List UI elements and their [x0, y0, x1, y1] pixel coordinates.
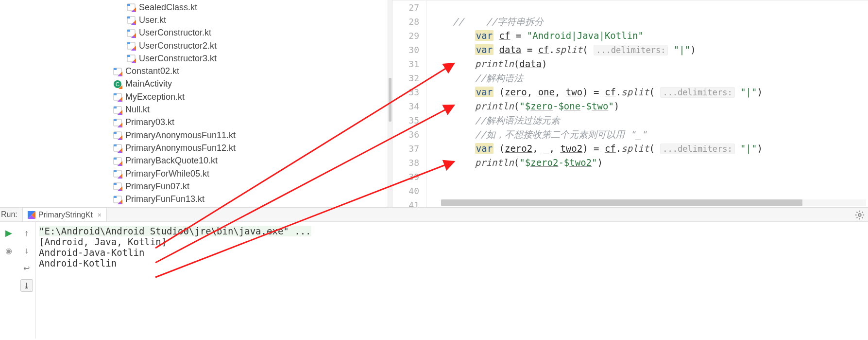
code-line[interactable]: var data = cf.split( ...delimiters: "|")	[439, 43, 868, 57]
tree-file-label: UserConstructor.kt	[139, 28, 211, 38]
code-editor[interactable]: 272829303132333435363738394041 // //字符串拆…	[392, 0, 868, 207]
kotlin-file-icon	[126, 54, 136, 63]
run-label: Run:	[0, 210, 22, 219]
code-line[interactable]: var cf = "Android|Java|Kotlin"	[439, 29, 868, 43]
console-output-line: [Android, Java, Kotlin]	[39, 236, 865, 247]
code-line[interactable]	[439, 0, 868, 15]
tree-file-row[interactable]: MyException.kt	[0, 90, 388, 103]
svg-rect-52	[114, 170, 117, 172]
tree-file-label: MainActivity	[125, 79, 172, 89]
svg-rect-48	[114, 158, 117, 160]
kotlin-class-icon: C	[113, 79, 122, 89]
code-area[interactable]: // //字符串拆分 var cf = "Android|Java|Kotlin…	[426, 0, 868, 207]
scroll-to-end-icon[interactable]: ⤓	[20, 279, 33, 292]
tree-file-label: PrimaryFunFun13.kt	[125, 194, 204, 204]
tree-file-row[interactable]: Primary03.kt	[0, 116, 388, 129]
kotlin-file-icon	[113, 169, 122, 179]
svg-rect-44	[114, 144, 117, 146]
tree-scrollbar-thumb[interactable]	[389, 78, 391, 122]
tree-file-label: MyException.kt	[125, 92, 185, 102]
code-line[interactable]: // //字符串拆分	[439, 15, 868, 29]
kotlin-icon	[28, 211, 35, 219]
tree-file-row[interactable]: PrimaryFunFun13.kt	[0, 193, 388, 205]
tree-scrollbar[interactable]	[388, 0, 392, 207]
tree-file-label: SealedClass.kt	[139, 2, 197, 13]
code-line[interactable]: var (zero2, _, two2) = cf.split( ...deli…	[439, 142, 868, 156]
code-line[interactable]	[439, 184, 868, 198]
svg-rect-5	[127, 17, 130, 18]
kotlin-file-icon	[113, 105, 122, 115]
tree-file-label: PrimaryForWhile05.kt	[125, 169, 209, 179]
tree-file-row[interactable]: User.kt	[0, 14, 388, 26]
line-number: 28	[392, 15, 419, 29]
console-output-line: Android-Java-Kotlin	[39, 247, 865, 258]
code-line[interactable]	[439, 170, 868, 184]
svg-text:C: C	[116, 81, 119, 87]
gear-icon[interactable]	[854, 210, 865, 220]
kotlin-file-icon	[126, 28, 136, 38]
code-line[interactable]: println("$zero2-$two2")	[439, 156, 868, 170]
console-output[interactable]: "E:\Android\Android Studio0\jre\bin\java…	[36, 222, 868, 339]
tree-file-row[interactable]: PrimaryForWhile05.kt	[0, 167, 388, 180]
tree-file-row[interactable]: PrimaryBackQuote10.kt	[0, 155, 388, 167]
tree-file-label: Constant02.kt	[125, 66, 179, 76]
svg-rect-56	[114, 183, 117, 185]
svg-rect-1	[127, 4, 130, 6]
code-line[interactable]: println(data)	[439, 57, 868, 71]
tree-file-row[interactable]: Null.kt	[0, 103, 388, 116]
run-toolwindow-body: ▶ ◉ ↑ ↓ ↩ ⤓ "E:\Android\Android Studio0\…	[0, 222, 868, 339]
editor-horizontal-scrollbar[interactable]	[441, 199, 866, 206]
svg-rect-21	[114, 68, 117, 70]
project-tree[interactable]: SealedClass.kt User.kt UserConstructor.k…	[0, 0, 388, 207]
kotlin-file-icon	[113, 156, 122, 166]
tree-file-label: Null.kt	[125, 105, 150, 115]
code-line[interactable]: //解构语法过滤元素	[439, 113, 868, 127]
run-toolwindow-header: Run: PrimaryStringKt ×	[0, 207, 868, 222]
tree-file-row[interactable]: C MainActivity	[0, 78, 388, 90]
tree-file-row[interactable]: UserConstructor.kt	[0, 27, 388, 39]
camera-icon[interactable]: ◉	[2, 244, 15, 257]
line-number: 35	[392, 113, 419, 127]
kotlin-file-icon	[113, 130, 122, 140]
svg-point-66	[858, 214, 861, 216]
run-toolbar: ▶ ◉ ↑ ↓ ↩ ⤓	[0, 222, 36, 339]
line-number: 39	[392, 170, 419, 184]
line-number: 38	[392, 156, 419, 170]
tree-file-row[interactable]: PrimaryAnonymousFun12.kt	[0, 142, 388, 154]
line-number: 30	[392, 43, 419, 57]
tree-file-row[interactable]: PrimaryAnonymousFun11.kt	[0, 129, 388, 142]
kotlin-file-icon	[113, 195, 122, 204]
tree-file-label: PrimaryBackQuote10.kt	[125, 156, 218, 166]
run-tab[interactable]: PrimaryStringKt ×	[22, 208, 107, 221]
line-number: 36	[392, 127, 419, 142]
run-tab-label: PrimaryStringKt	[38, 211, 93, 219]
tree-file-row[interactable]: UserConstructor2.kt	[0, 39, 388, 52]
code-line[interactable]: //如，不想接收第二个元素则可以用 "_"	[439, 127, 868, 142]
kotlin-file-icon	[113, 181, 122, 191]
soft-wrap-icon[interactable]: ↩	[20, 262, 33, 274]
tree-file-row[interactable]: Constant02.kt	[0, 65, 388, 77]
code-line[interactable]: //解构语法	[439, 71, 868, 85]
tree-file-row[interactable]: UserConstructor3.kt	[0, 52, 388, 65]
svg-rect-9	[127, 30, 130, 32]
line-number: 27	[392, 0, 419, 15]
kotlin-file-icon	[113, 118, 122, 127]
tree-file-row[interactable]: PrimaryFun07.kt	[0, 180, 388, 193]
up-arrow-icon[interactable]: ↑	[20, 227, 33, 239]
down-arrow-icon[interactable]: ↓	[20, 244, 33, 257]
run-button[interactable]: ▶	[2, 227, 15, 239]
line-number: 40	[392, 184, 419, 198]
line-number-gutter: 272829303132333435363738394041	[392, 0, 426, 207]
tree-file-label: UserConstructor3.kt	[139, 54, 217, 64]
tree-file-label: Primary03.kt	[125, 117, 174, 127]
tree-file-label: PrimaryAnonymousFun11.kt	[125, 130, 236, 141]
code-line[interactable]: println("$zero-$one-$two")	[439, 99, 868, 113]
kotlin-file-icon	[126, 15, 136, 25]
kotlin-file-icon	[126, 41, 136, 51]
close-icon[interactable]: ×	[96, 211, 102, 219]
code-line[interactable]: var (zero, one, two) = cf.split( ...deli…	[439, 85, 868, 99]
editor-horizontal-thumb[interactable]	[441, 199, 802, 206]
tree-file-label: PrimaryFun07.kt	[125, 181, 189, 192]
kotlin-file-icon	[126, 2, 136, 12]
tree-file-row[interactable]: SealedClass.kt	[0, 1, 388, 14]
